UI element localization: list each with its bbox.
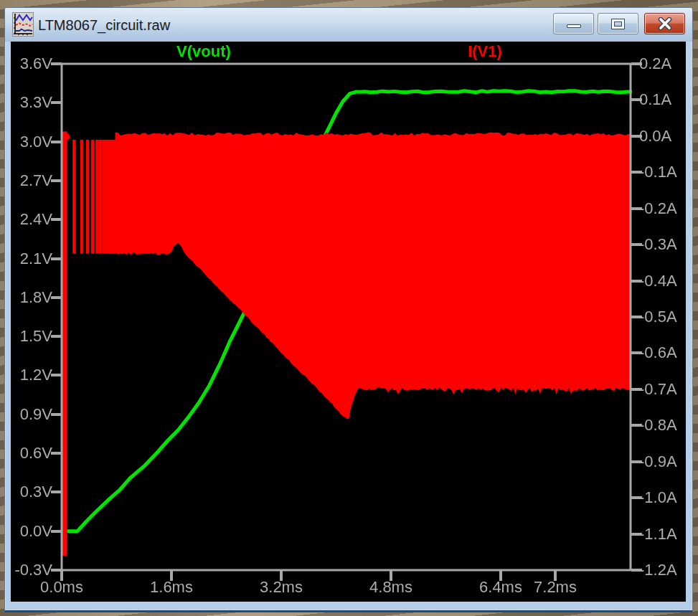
- y-left-tick-label: 0.6V: [11, 444, 52, 463]
- close-icon: [657, 17, 673, 30]
- minimize-button[interactable]: [553, 13, 594, 34]
- x-tick-label: 3.2ms: [249, 578, 313, 597]
- maximize-button[interactable]: [598, 13, 638, 34]
- y-right-tick-label: -0.8A: [639, 416, 685, 435]
- y-left-tick-label: 2.4V: [11, 210, 52, 229]
- y-right-tick-label: -1.0A: [639, 488, 685, 507]
- y-right-tick-label: -0.3A: [639, 235, 685, 254]
- x-tick-label: 4.8ms: [359, 578, 423, 597]
- y-left-tick-label: 0.0V: [11, 522, 52, 541]
- waveform-viewer-window: LTM8067_circuit.raw V(vout) I(V1) 3.6V3.…: [4, 7, 693, 612]
- maximize-icon: [612, 19, 624, 29]
- desktop: { "window": { "title": "LTM8067_circuit.…: [0, 0, 698, 616]
- close-button[interactable]: [644, 13, 685, 34]
- x-tick-label: 1.6ms: [139, 578, 204, 597]
- y-right-tick-label: -0.7A: [639, 380, 685, 399]
- y-right-tick-label: -0.4A: [639, 272, 685, 290]
- waveform-plot-icon: [12, 12, 34, 37]
- y-right-tick-label: -0.2A: [639, 199, 685, 218]
- y-left-tick-label: 1.5V: [11, 327, 52, 346]
- y-left-tick-label: -0.3V: [11, 561, 52, 579]
- x-tick-label: 7.2ms: [523, 578, 588, 597]
- y-right-tick-label: -0.5A: [639, 308, 685, 326]
- x-tick-label: 0.0ms: [29, 578, 94, 597]
- y-right-tick-label: 0.1A: [639, 90, 685, 109]
- y-right-tick-label: -1.2A: [639, 561, 685, 579]
- y-left-tick-label: 1.8V: [11, 288, 52, 307]
- y-left-tick-label: 0.3V: [11, 483, 52, 501]
- y-left-tick-label: 2.1V: [11, 250, 52, 268]
- y-left-tick-label: 2.7V: [11, 171, 52, 190]
- y-left-tick-label: 3.0V: [11, 133, 52, 151]
- y-left-tick-label: 0.9V: [11, 405, 52, 424]
- window-title: LTM8067_circuit.raw: [38, 15, 170, 35]
- waveform-canvas[interactable]: [11, 42, 686, 602]
- trace-label-iv1[interactable]: I(V1): [435, 42, 535, 61]
- y-right-tick-label: 0.2A: [639, 55, 685, 73]
- y-left-tick-label: 1.2V: [11, 366, 52, 384]
- y-right-tick-label: -0.1A: [639, 163, 685, 181]
- y-right-tick-label: -1.1A: [639, 525, 685, 544]
- plot-client-area[interactable]: V(vout) I(V1) 3.6V3.3V3.0V2.7V2.4V2.1V1.…: [11, 42, 686, 602]
- title-bar[interactable]: LTM8067_circuit.raw: [5, 8, 692, 42]
- y-left-tick-label: 3.3V: [11, 93, 52, 112]
- y-right-tick-label: -0.6A: [639, 343, 685, 362]
- y-right-tick-label: 0.0A: [639, 127, 685, 146]
- y-left-tick-label: 3.6V: [11, 55, 52, 73]
- minimize-icon: [567, 24, 581, 28]
- trace-label-vout[interactable]: V(vout): [154, 42, 254, 61]
- y-right-tick-label: -0.9A: [639, 452, 685, 471]
